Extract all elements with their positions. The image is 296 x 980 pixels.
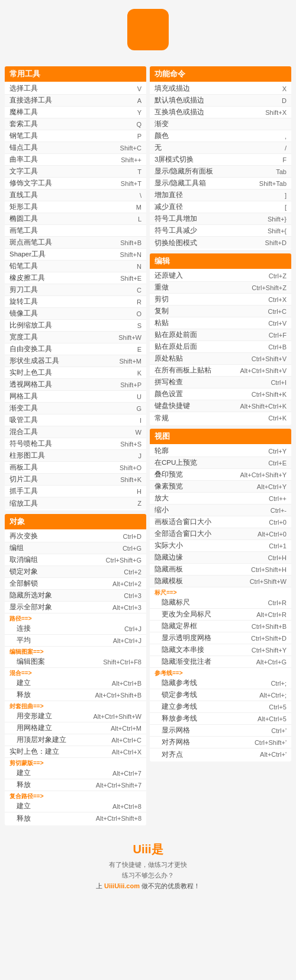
edit-row: 颜色设置Ctrl+Shift+K	[150, 388, 291, 400]
tool-key: C	[137, 287, 141, 294]
shortcut-row: 连接Ctrl+J	[5, 623, 146, 635]
view-row: 像素预览Alt+Ctrl+Y	[150, 481, 291, 493]
tool-key: Shift+K	[120, 476, 141, 483]
tool-row: 旋转工具R	[5, 296, 146, 308]
view-row: 全部适合窗口大小Alt+Ctrl+0	[150, 528, 291, 540]
shortcut-row: 隐藏参考线Ctrl+;	[150, 677, 291, 689]
edit-row: 原处粘贴Ctrl+Shift+V	[150, 353, 291, 365]
sub-label: 复合路径==>	[5, 791, 146, 801]
tool-name: 透视网格工具	[9, 380, 120, 389]
edit-section: 编辑 还原键入Ctrl+Z重做Ctrl+Shift+Z剪切Ctrl+X复制Ctr…	[150, 253, 291, 425]
tool-row: 直接选择工具A	[5, 95, 146, 107]
tools-section: 常用工具 选择工具V直接选择工具A魔棒工具Y套索工具Q钢笔工具P锚点工具Shif…	[5, 66, 146, 510]
shortcut-row: 隐藏定界框Ctrl+Shift+B	[150, 621, 291, 632]
sub-label: 剪切蒙版==>	[5, 758, 146, 767]
view-body: 轮廓Ctrl+Y在CPU上预览Ctrl+E叠印预览Alt+Ctrl+Shift+…	[150, 444, 291, 761]
tool-key: Shift+P	[120, 381, 141, 388]
tool-name: 网格工具	[9, 392, 137, 401]
tool-name: 缩放工具	[9, 499, 137, 508]
tool-name: 画板工具	[9, 463, 120, 472]
tool-name: 选择工具	[9, 84, 137, 93]
tool-row: Shaper工具Shift+N	[5, 249, 146, 261]
tool-key: Shift+T	[121, 180, 141, 187]
tool-row: 斑点画笔工具Shift+B	[5, 237, 146, 249]
tool-row: 镜像工具O	[5, 308, 146, 320]
object-section: 对象 再次变换Ctrl+D编组Ctrl+G取消编组Ctrl+Shift+G锁定对…	[5, 514, 146, 825]
footer-question: 练习不够怎么办？	[6, 871, 290, 880]
view-row: 轮廓Ctrl+Y	[150, 445, 291, 457]
tool-name: 渐变工具	[9, 404, 136, 413]
tool-name: 比例缩放工具	[9, 321, 137, 330]
shortcut-row: 对齐网格Ctrl+Shift+'	[150, 737, 291, 748]
tool-row: 锚点工具Shift+C	[5, 142, 146, 154]
shortcut-row: 隐藏文本串接Ctrl+Shift+Y	[150, 644, 291, 656]
sub-label: 编辑图案==>	[5, 647, 146, 656]
shortcut-row: 释放Alt+Ctrl+Shift+8	[5, 812, 146, 824]
tool-row: 混合工具W	[5, 426, 146, 438]
tool-name: 铅笔工具	[9, 262, 137, 271]
tool-name: 切片工具	[9, 475, 120, 484]
tool-name: 混合工具	[9, 428, 136, 436]
shortcut-row: 建立Alt+Ctrl+8	[5, 801, 146, 812]
tool-row: 柱形图工具J	[5, 450, 146, 462]
tool-key: T	[137, 168, 141, 175]
function-row: 默认填色或描边D	[150, 95, 291, 107]
function-row: 填充或描边X	[150, 83, 291, 95]
tool-name: 文字工具	[9, 167, 137, 176]
tool-key: P	[137, 133, 141, 140]
shortcut-row: 建立Alt+Ctrl+7	[5, 767, 146, 779]
tool-row: 形状生成器工具Shift+M	[5, 355, 146, 367]
object-row: 取消编组Ctrl+Shift+G	[5, 554, 146, 566]
tool-row: 吸管工具I	[5, 415, 146, 426]
view-row: 放大Ctrl++	[150, 493, 291, 505]
tool-row: 选择工具V	[5, 83, 146, 95]
tool-key: V	[137, 85, 141, 92]
tool-key: Q	[136, 121, 141, 128]
view-row: 在CPU上预览Ctrl+E	[150, 457, 291, 469]
tool-name: 套索工具	[9, 120, 136, 128]
tool-key: Shift+B	[120, 239, 141, 246]
tool-key: Shift+C	[120, 144, 141, 152]
tools-header: 常用工具	[5, 66, 146, 82]
tool-row: 直线工具\	[5, 189, 146, 201]
tool-key: L	[138, 216, 141, 223]
edit-row: 拼写检查Ctrl+I	[150, 377, 291, 388]
tool-key: Shift+W	[118, 334, 141, 341]
object-row: 再次变换Ctrl+D	[5, 531, 146, 542]
edit-row: 常规Ctrl+K	[150, 412, 291, 424]
shortcut-row: 对齐点Alt+Ctrl+'	[150, 748, 291, 760]
tool-name: 修饰文字工具	[9, 179, 121, 188]
edit-row: 还原键入Ctrl+Z	[150, 270, 291, 282]
shortcut-row: 建立Alt+Ctrl+B	[5, 677, 146, 689]
shortcut-row: 锁定参考线Alt+Ctrl+;	[150, 689, 291, 701]
tool-name: 剪刀工具	[9, 285, 137, 294]
object-row: 锁定对象Ctrl+2	[5, 566, 146, 578]
sub-label: 路径==>	[5, 613, 146, 623]
tool-name: 橡皮擦工具	[9, 274, 120, 282]
footer-tagline: 有了快捷键，做练习才更快	[6, 860, 290, 869]
footer-cta: 上 UiiiUiii.com 做不完的优质教程！	[6, 882, 290, 891]
view-row: 画板适合窗口大小Ctrl+0	[150, 516, 291, 528]
tool-name: 斑点画笔工具	[9, 238, 120, 247]
object-row: 显示全部对象Alt+Ctrl+3	[5, 602, 146, 613]
tool-name: Shaper工具	[9, 250, 120, 259]
function-row: 符号工具增加Shift+}	[150, 213, 291, 225]
shortcut-row: 更改为全局标尺Alt+Ctrl+R	[150, 609, 291, 621]
tool-name: 钢笔工具	[9, 131, 137, 140]
function-row: 显示/隐藏所有面板Tab	[150, 166, 291, 178]
edit-row: 贴在原处后面Ctrl+B	[150, 341, 291, 353]
sub-label: 参考线==>	[150, 668, 291, 677]
shortcut-row: 显示网格Ctrl+'	[150, 725, 291, 737]
function-body: 填充或描边X默认填色或描边D互换填色或描边Shift+X渐变颜色,无/3屏模式切…	[150, 82, 291, 250]
tool-key: W	[136, 429, 141, 436]
shortcut-row: 编辑图案Shift+Ctrl+F8	[5, 656, 146, 668]
tool-name: 画笔工具	[9, 226, 141, 235]
shortcut-row: 显示透明度网格Ctrl+Shift+D	[150, 632, 291, 644]
tool-name: 直接选择工具	[9, 96, 137, 105]
view-row: 缩小Ctrl+-	[150, 505, 291, 516]
object-body: 再次变换Ctrl+D编组Ctrl+G取消编组Ctrl+Shift+G锁定对象Ct…	[5, 529, 146, 825]
sub-label: 标尺==>	[150, 587, 291, 597]
tool-row: 自由变换工具E	[5, 343, 146, 355]
shortcut-row: 平均Alt+Ctrl+J	[5, 635, 146, 647]
tool-row: 切片工具Shift+K	[5, 474, 146, 486]
